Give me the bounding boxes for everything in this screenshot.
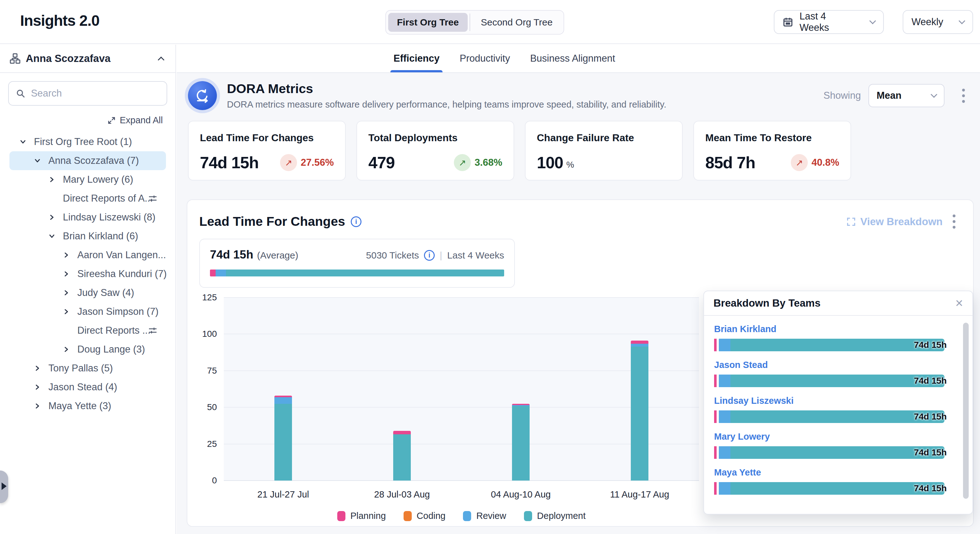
team-name-link[interactable]: Mary Lowery <box>714 432 972 442</box>
showing-select[interactable]: Mean <box>869 84 945 107</box>
filter-icon[interactable] <box>148 193 158 204</box>
expand-all-button[interactable]: Expand All <box>0 114 175 130</box>
tree-item-0[interactable]: First Org Tree Root (1) <box>0 132 175 151</box>
tree-item-6[interactable]: Aaron Van Langen... <box>0 245 175 265</box>
metric-card-value: 479 <box>368 153 395 172</box>
chevron-down-icon[interactable] <box>34 157 41 164</box>
bar-week-3[interactable] <box>512 404 530 481</box>
tree-item-14[interactable]: Maya Yette (3) <box>0 397 175 415</box>
dora-menu-button[interactable] <box>958 87 969 105</box>
org-tree-toggle: First Org Tree Second Org Tree <box>385 10 564 35</box>
tree-item-12[interactable]: Tony Pallas (5) <box>0 359 175 378</box>
team-name-link[interactable]: Brian Kirkland <box>714 324 972 334</box>
tree-item-5[interactable]: Brian Kirkland (6) <box>0 227 175 245</box>
granularity-value: Weekly <box>912 16 943 28</box>
showing-label: Showing <box>824 90 861 101</box>
metric-card-unit: % <box>566 160 574 170</box>
tab-efficiency[interactable]: Efficiency <box>393 45 439 72</box>
review-segment <box>216 269 226 276</box>
chevron-right-icon[interactable] <box>34 384 41 391</box>
y-axis-tick: 50 <box>207 402 217 412</box>
tree-item-2[interactable]: Mary Lowery (6) <box>0 170 175 189</box>
team-name-link[interactable]: Lindsay Liszewski <box>714 395 972 406</box>
date-range-select[interactable]: Last 4 Weeks <box>774 10 884 34</box>
tree-item-label: First Org Tree Root (1) <box>34 136 132 148</box>
team-value: 74d 15h <box>914 340 947 350</box>
planning-segment <box>714 482 717 495</box>
chevron-down-icon[interactable] <box>48 233 55 240</box>
average-summary-card: 74d 15h (Average) 5030 Tickets i | Last … <box>199 239 515 288</box>
review-segment <box>719 446 730 459</box>
filter-icon[interactable] <box>148 325 158 336</box>
y-axis-tick: 0 <box>212 475 217 486</box>
chevron-up-icon[interactable] <box>158 56 164 63</box>
chevron-right-icon[interactable] <box>63 346 70 353</box>
info-icon[interactable]: i <box>351 216 361 227</box>
chevron-right-icon[interactable] <box>63 308 70 315</box>
tree-item-7[interactable]: Sireesha Kunduri (7) <box>0 265 175 283</box>
sidebar-search <box>8 81 167 106</box>
tree-item-1[interactable]: Anna Scozzafava (7) <box>10 151 166 170</box>
team-name-link[interactable]: Jason Stead <box>714 360 972 370</box>
tree-item-label: Brian Kirkland (6) <box>63 231 138 242</box>
review-swatch <box>463 511 471 521</box>
tree-item-9[interactable]: Jason Simpson (7) <box>0 302 175 321</box>
team-stacked-bar: 74d 15h <box>714 339 947 351</box>
tree-item-11[interactable]: Doug Lange (3) <box>0 340 175 359</box>
granularity-select[interactable]: Weekly <box>903 10 973 34</box>
sidebar-drawer-handle[interactable] <box>0 470 8 503</box>
tree-item-8[interactable]: Judy Saw (4) <box>0 283 175 302</box>
chevron-right-icon[interactable] <box>48 176 55 183</box>
bar-week-1[interactable] <box>274 395 292 481</box>
close-icon[interactable]: × <box>955 296 963 310</box>
tree-item-10[interactable]: Direct Reports ... <box>0 321 175 340</box>
bar-week-2[interactable] <box>393 431 411 481</box>
view-breakdown-button[interactable]: View Breakdown <box>846 216 943 228</box>
chevron-down-icon[interactable] <box>19 139 26 145</box>
chevron-right-icon[interactable] <box>63 271 70 277</box>
tab-productivity[interactable]: Productivity <box>460 45 510 72</box>
bar-week-4[interactable] <box>631 341 648 481</box>
tree-item-3[interactable]: Direct Reports of A... <box>0 189 175 208</box>
sidebar-owner-row[interactable]: Anna Scozzafava <box>0 45 175 73</box>
team-name-link[interactable]: Maya Yette <box>714 467 972 478</box>
legend-label: Planning <box>350 511 386 521</box>
chevron-right-icon[interactable] <box>63 289 70 296</box>
toggle-first-org-tree[interactable]: First Org Tree <box>388 13 468 32</box>
x-axis-label: 04 Aug-10 Aug <box>491 489 550 500</box>
metric-card-total-deployments: Total Deployments 479 ↗ 3.68% <box>356 121 514 180</box>
y-axis-tick: 25 <box>207 439 217 449</box>
metric-card-value: 100 <box>537 153 563 172</box>
tab-business-alignment[interactable]: Business Alignment <box>530 45 616 72</box>
deployment-segment <box>274 404 292 481</box>
tree-item-4[interactable]: Lindsay Liszewski (8) <box>0 208 175 227</box>
showing-control: Showing Mean <box>824 84 969 107</box>
metric-card-mean-time-to-restore: Mean Time To Restore 85d 7h ↗ 40.8% <box>694 121 851 180</box>
expand-all-label: Expand All <box>120 115 163 126</box>
org-tree: First Org Tree Root (1)Anna Scozzafava (… <box>0 130 175 415</box>
gridline <box>224 407 699 408</box>
coding-swatch <box>404 511 412 521</box>
panel-scrollbar[interactable] <box>963 323 969 499</box>
chart-legend: Planning Coding Review Deployment <box>224 511 699 521</box>
dora-description: DORA metrics measure software delivery p… <box>227 99 666 110</box>
chevron-right-icon[interactable] <box>63 252 70 258</box>
gridline <box>224 297 699 298</box>
search-input[interactable] <box>31 88 160 99</box>
tree-item-13[interactable]: Jason Stead (4) <box>0 378 175 397</box>
divider: | <box>440 250 442 261</box>
dora-header: DORA Metrics DORA metrics measure softwa… <box>177 73 980 110</box>
expand-all-icon <box>107 116 116 125</box>
chevron-right-icon[interactable] <box>48 214 55 221</box>
tree-item-label: Tony Pallas (5) <box>48 363 113 374</box>
info-icon[interactable]: i <box>424 250 435 261</box>
tree-item-label: Direct Reports of A... <box>63 193 153 204</box>
chevron-right-icon[interactable] <box>34 403 41 410</box>
legend-coding: Coding <box>404 511 446 521</box>
chart-menu-button[interactable] <box>949 213 959 231</box>
gridline <box>224 480 699 481</box>
metric-card-value: 74d 15h <box>200 153 259 172</box>
toggle-second-org-tree[interactable]: Second Org Tree <box>472 13 562 32</box>
range-label: Last 4 Weeks <box>447 250 504 261</box>
chevron-right-icon[interactable] <box>34 365 41 372</box>
